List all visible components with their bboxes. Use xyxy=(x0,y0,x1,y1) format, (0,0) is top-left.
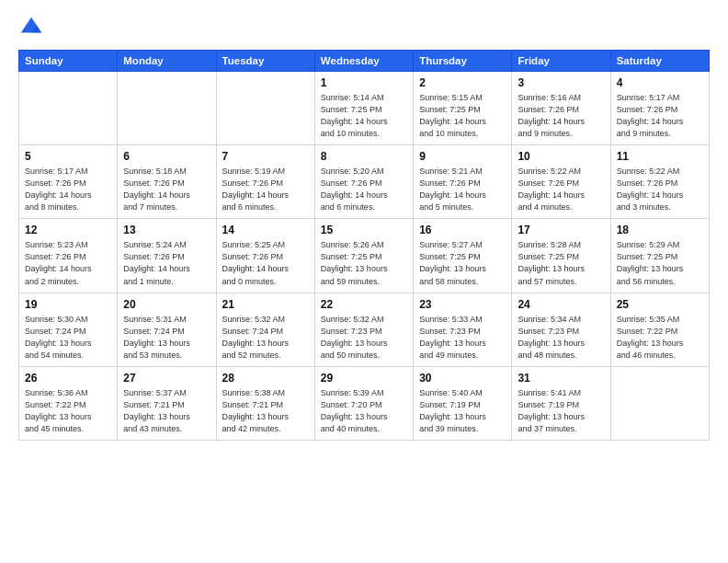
calendar-cell xyxy=(216,72,314,145)
day-number: 10 xyxy=(518,150,604,163)
calendar-cell: 19Sunrise: 5:30 AMSunset: 7:24 PMDayligh… xyxy=(19,293,118,366)
day-number: 14 xyxy=(222,224,309,236)
day-info: Sunrise: 5:22 AMSunset: 7:26 PMDaylight:… xyxy=(518,166,604,213)
calendar-cell: 17Sunrise: 5:28 AMSunset: 7:25 PMDayligh… xyxy=(512,219,610,293)
day-info: Sunrise: 5:22 AMSunset: 7:26 PMDaylight:… xyxy=(617,166,703,213)
calendar-cell: 18Sunrise: 5:29 AMSunset: 7:25 PMDayligh… xyxy=(610,219,709,293)
calendar-cell: 4Sunrise: 5:17 AMSunset: 7:26 PMDaylight… xyxy=(610,72,709,145)
calendar-cell: 24Sunrise: 5:34 AMSunset: 7:23 PMDayligh… xyxy=(512,293,610,366)
day-number: 28 xyxy=(222,372,309,385)
day-number: 29 xyxy=(321,372,407,385)
day-number: 12 xyxy=(25,224,111,236)
calendar-cell: 10Sunrise: 5:22 AMSunset: 7:26 PMDayligh… xyxy=(512,145,610,219)
week-row: 26Sunrise: 5:36 AMSunset: 7:22 PMDayligh… xyxy=(19,366,710,440)
calendar-cell xyxy=(118,72,216,145)
day-info: Sunrise: 5:31 AMSunset: 7:24 PMDaylight:… xyxy=(123,314,210,362)
calendar-cell: 11Sunrise: 5:22 AMSunset: 7:26 PMDayligh… xyxy=(610,145,709,219)
logo xyxy=(18,15,48,40)
day-info: Sunrise: 5:18 AMSunset: 7:26 PMDaylight:… xyxy=(123,166,210,213)
calendar-cell xyxy=(610,366,709,440)
day-info: Sunrise: 5:40 AMSunset: 7:19 PMDaylight:… xyxy=(419,387,506,435)
day-of-week-header: Friday xyxy=(512,51,610,72)
day-info: Sunrise: 5:27 AMSunset: 7:25 PMDaylight:… xyxy=(419,239,506,287)
day-info: Sunrise: 5:34 AMSunset: 7:23 PMDaylight:… xyxy=(518,314,604,362)
day-of-week-header: Sunday xyxy=(19,51,118,72)
calendar-cell: 30Sunrise: 5:40 AMSunset: 7:19 PMDayligh… xyxy=(414,366,512,440)
day-info: Sunrise: 5:26 AMSunset: 7:25 PMDaylight:… xyxy=(321,239,407,287)
days-header-row: SundayMondayTuesdayWednesdayThursdayFrid… xyxy=(19,51,710,72)
day-info: Sunrise: 5:20 AMSunset: 7:26 PMDaylight:… xyxy=(321,166,407,213)
day-number: 21 xyxy=(222,298,309,311)
week-row: 19Sunrise: 5:30 AMSunset: 7:24 PMDayligh… xyxy=(19,293,710,366)
day-number: 17 xyxy=(518,224,604,236)
day-number: 22 xyxy=(321,298,407,311)
calendar-cell: 12Sunrise: 5:23 AMSunset: 7:26 PMDayligh… xyxy=(19,219,118,293)
day-number: 31 xyxy=(518,372,604,385)
day-info: Sunrise: 5:32 AMSunset: 7:23 PMDaylight:… xyxy=(321,314,407,362)
day-info: Sunrise: 5:17 AMSunset: 7:26 PMDaylight:… xyxy=(25,166,111,213)
calendar-cell: 20Sunrise: 5:31 AMSunset: 7:24 PMDayligh… xyxy=(118,293,216,366)
calendar-cell: 25Sunrise: 5:35 AMSunset: 7:22 PMDayligh… xyxy=(610,293,709,366)
calendar: SundayMondayTuesdayWednesdayThursdayFrid… xyxy=(18,50,710,441)
calendar-cell: 22Sunrise: 5:32 AMSunset: 7:23 PMDayligh… xyxy=(314,293,413,366)
day-number: 15 xyxy=(321,224,407,236)
day-of-week-header: Wednesday xyxy=(314,51,413,72)
day-info: Sunrise: 5:36 AMSunset: 7:22 PMDaylight:… xyxy=(25,387,111,435)
day-number: 5 xyxy=(25,150,111,163)
day-info: Sunrise: 5:28 AMSunset: 7:25 PMDaylight:… xyxy=(518,239,604,287)
calendar-cell: 31Sunrise: 5:41 AMSunset: 7:19 PMDayligh… xyxy=(512,366,610,440)
day-info: Sunrise: 5:15 AMSunset: 7:25 PMDaylight:… xyxy=(419,92,506,140)
calendar-cell: 23Sunrise: 5:33 AMSunset: 7:23 PMDayligh… xyxy=(414,293,512,366)
calendar-cell: 2Sunrise: 5:15 AMSunset: 7:25 PMDaylight… xyxy=(414,72,512,145)
day-number: 1 xyxy=(321,76,407,89)
calendar-cell: 3Sunrise: 5:16 AMSunset: 7:26 PMDaylight… xyxy=(512,72,610,145)
calendar-cell: 1Sunrise: 5:14 AMSunset: 7:25 PMDaylight… xyxy=(314,72,413,145)
day-of-week-header: Monday xyxy=(118,51,216,72)
day-info: Sunrise: 5:25 AMSunset: 7:26 PMDaylight:… xyxy=(222,239,309,287)
day-info: Sunrise: 5:19 AMSunset: 7:26 PMDaylight:… xyxy=(222,166,309,213)
day-info: Sunrise: 5:32 AMSunset: 7:24 PMDaylight:… xyxy=(222,314,309,362)
calendar-cell: 29Sunrise: 5:39 AMSunset: 7:20 PMDayligh… xyxy=(314,366,413,440)
calendar-cell: 15Sunrise: 5:26 AMSunset: 7:25 PMDayligh… xyxy=(314,219,413,293)
day-number: 8 xyxy=(321,150,407,163)
day-number: 20 xyxy=(123,298,210,311)
calendar-cell: 27Sunrise: 5:37 AMSunset: 7:21 PMDayligh… xyxy=(118,366,216,440)
day-info: Sunrise: 5:23 AMSunset: 7:26 PMDaylight:… xyxy=(25,239,111,287)
day-info: Sunrise: 5:38 AMSunset: 7:21 PMDaylight:… xyxy=(222,387,309,435)
day-info: Sunrise: 5:35 AMSunset: 7:22 PMDaylight:… xyxy=(617,314,703,362)
calendar-cell: 16Sunrise: 5:27 AMSunset: 7:25 PMDayligh… xyxy=(414,219,512,293)
day-info: Sunrise: 5:29 AMSunset: 7:25 PMDaylight:… xyxy=(617,239,703,287)
day-info: Sunrise: 5:21 AMSunset: 7:26 PMDaylight:… xyxy=(419,166,506,213)
calendar-cell: 13Sunrise: 5:24 AMSunset: 7:26 PMDayligh… xyxy=(118,219,216,293)
day-number: 18 xyxy=(617,224,703,236)
calendar-cell: 5Sunrise: 5:17 AMSunset: 7:26 PMDaylight… xyxy=(19,145,118,219)
page: SundayMondayTuesdayWednesdayThursdayFrid… xyxy=(0,0,728,563)
calendar-cell: 26Sunrise: 5:36 AMSunset: 7:22 PMDayligh… xyxy=(19,366,118,440)
week-row: 5Sunrise: 5:17 AMSunset: 7:26 PMDaylight… xyxy=(19,145,710,219)
day-number: 13 xyxy=(123,224,210,236)
day-info: Sunrise: 5:16 AMSunset: 7:26 PMDaylight:… xyxy=(518,92,604,140)
day-number: 25 xyxy=(617,298,703,311)
day-number: 4 xyxy=(617,76,703,89)
day-info: Sunrise: 5:37 AMSunset: 7:21 PMDaylight:… xyxy=(123,387,210,435)
day-info: Sunrise: 5:30 AMSunset: 7:24 PMDaylight:… xyxy=(25,314,111,362)
header xyxy=(18,15,710,40)
day-info: Sunrise: 5:14 AMSunset: 7:25 PMDaylight:… xyxy=(321,92,407,140)
day-info: Sunrise: 5:41 AMSunset: 7:19 PMDaylight:… xyxy=(518,387,604,435)
week-row: 12Sunrise: 5:23 AMSunset: 7:26 PMDayligh… xyxy=(19,219,710,293)
day-of-week-header: Thursday xyxy=(414,51,512,72)
day-number: 3 xyxy=(518,76,604,89)
calendar-cell: 8Sunrise: 5:20 AMSunset: 7:26 PMDaylight… xyxy=(314,145,413,219)
day-number: 30 xyxy=(419,372,506,385)
day-number: 19 xyxy=(25,298,111,311)
day-of-week-header: Saturday xyxy=(610,51,709,72)
calendar-cell xyxy=(19,72,118,145)
day-info: Sunrise: 5:39 AMSunset: 7:20 PMDaylight:… xyxy=(321,387,407,435)
day-number: 11 xyxy=(617,150,703,163)
day-number: 6 xyxy=(123,150,210,163)
calendar-cell: 14Sunrise: 5:25 AMSunset: 7:26 PMDayligh… xyxy=(216,219,314,293)
logo-icon xyxy=(18,15,44,40)
calendar-cell: 9Sunrise: 5:21 AMSunset: 7:26 PMDaylight… xyxy=(414,145,512,219)
day-number: 26 xyxy=(25,372,111,385)
calendar-cell: 21Sunrise: 5:32 AMSunset: 7:24 PMDayligh… xyxy=(216,293,314,366)
